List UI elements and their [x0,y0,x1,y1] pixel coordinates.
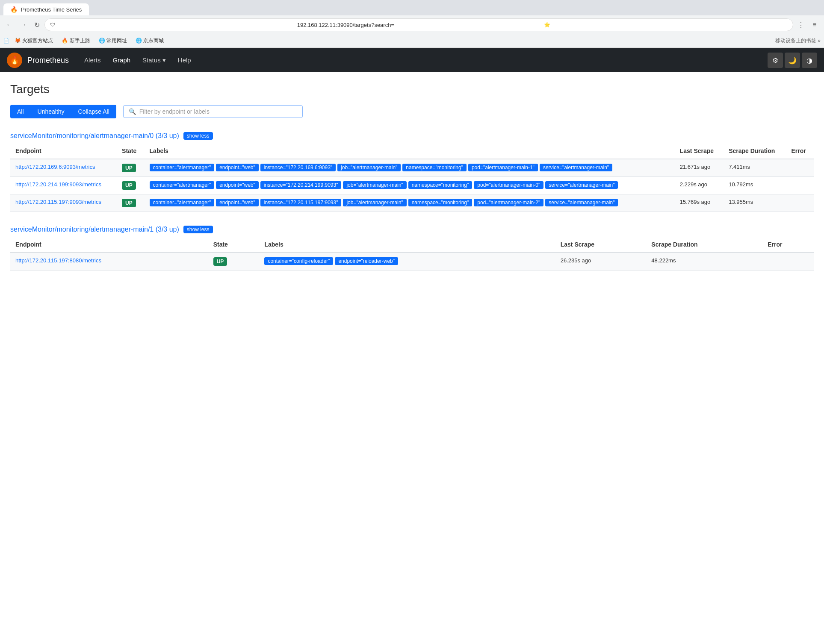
endpoint-cell: http://172.20.214.199:9093/metrics [10,177,117,194]
extensions-button[interactable]: ⋮ [795,19,807,31]
search-icon: 🔍 [129,108,136,115]
browser-tab[interactable]: 🔥 Prometheus Time Series [3,3,89,15]
endpoint-cell: http://172.20.115.197:9093/metrics [10,194,117,212]
state-cell: UP [117,177,144,194]
error-cell [786,194,814,212]
menu-button[interactable]: ≡ [809,19,821,31]
nav-right: ⚙ 🌙 ◑ [768,53,817,68]
labels-cell: container="alertmanager"endpoint="web"in… [145,177,675,194]
label-tag: container="config-reloader" [264,257,333,265]
labels-container: container="config-reloader"endpoint="rel… [264,257,550,265]
labels-container: container="alertmanager"endpoint="web"in… [150,181,670,189]
col-scrape-duration: Scrape Duration [724,143,786,159]
label-tag: service="alertmanager-main" [545,181,618,189]
error-cell [786,177,814,194]
table-header-row: Endpoint State Labels Last Scrape Scrape… [10,143,814,159]
contrast-button[interactable]: ◑ [802,53,817,68]
bookmarks-bar: 📄 🦊 火狐官方站点 🔥 新手上路 🌐 常用网址 🌐 京东商城 移动设备上的书签… [0,34,824,48]
bookmark-4[interactable]: 🌐 京东商城 [132,36,167,45]
label-tag: endpoint="reloader-web" [335,257,398,265]
section-1-table: Endpoint State Labels Last Scrape Scrape… [10,237,814,271]
scrape-duration-cell: 48.222ms [646,253,762,271]
filter-buttons: All Unhealthy Collapse All [10,105,116,118]
browser-toolbar: ← → ↻ 🛡 192.168.122.11:39090/targets?sea… [0,15,824,34]
table-header-row-1: Endpoint State Labels Last Scrape Scrape… [10,237,814,253]
endpoint-link[interactable]: http://172.20.115.197:8080/metrics [15,257,101,264]
label-tag: job="alertmanager-main" [343,199,406,206]
endpoint-link[interactable]: http://172.20.169.6:9093/metrics [15,164,95,170]
search-wrapper: 🔍 [123,105,303,118]
section-1-heading: serviceMonitor/monitoring/alertmanager-m… [10,222,814,237]
label-tag: instance="172.20.169.6:9093" [260,164,336,171]
section-0-show-less[interactable]: show less [183,132,213,140]
endpoint-link[interactable]: http://172.20.115.197:9093/metrics [15,199,101,205]
up-badge: UP [122,199,136,207]
settings-button[interactable]: ⚙ [768,53,783,68]
nav-help[interactable]: Help [173,54,196,67]
nav-links: Alerts Graph Status ▾ Help [79,54,196,67]
address-text: 192.168.122.11:39090/targets?search= [297,22,541,28]
label-tag: pod="alertmanager-main-2" [474,199,543,206]
section-0-title[interactable]: serviceMonitor/monitoring/alertmanager-m… [10,132,179,140]
back-button[interactable]: ← [3,19,15,31]
section-1-title[interactable]: serviceMonitor/monitoring/alertmanager-m… [10,226,179,233]
endpoint-cell: http://172.20.115.197:8080/metrics [10,253,208,271]
address-bar[interactable]: 🛡 192.168.122.11:39090/targets?search= ⭐ [44,18,793,31]
scrape-duration-cell: 7.411ms [724,159,786,177]
table-row: http://172.20.214.199:9093/metricsUPcont… [10,177,814,194]
nav-graph[interactable]: Graph [107,54,136,67]
scrape-duration-cell: 10.792ms [724,177,786,194]
error-cell [762,253,814,271]
state-cell: UP [208,253,260,271]
page-title: Targets [10,82,814,96]
nav-alerts[interactable]: Alerts [79,54,106,67]
prometheus-icon: 🔥 [7,53,22,68]
label-tag: job="alertmanager-main" [343,181,406,189]
label-tag: instance="172.20.115.197:9093" [260,199,342,206]
section-0: serviceMonitor/monitoring/alertmanager-m… [10,129,814,212]
filter-collapse-button[interactable]: Collapse All [71,105,116,118]
search-input[interactable] [139,108,297,115]
label-tag: pod="alertmanager-main-1" [468,164,538,171]
last-scrape-cell: 26.235s ago [555,253,647,271]
last-scrape-cell: 15.769s ago [675,194,724,212]
label-tag: container="alertmanager" [150,164,215,171]
reload-button[interactable]: ↻ [31,19,43,31]
col-scrape-duration-1: Scrape Duration [646,237,762,253]
filter-unhealthy-button[interactable]: Unhealthy [31,105,71,118]
label-tag: service="alertmanager-main" [540,164,612,171]
up-badge: UP [122,181,136,190]
label-tag: pod="alertmanager-main-0" [474,181,543,189]
label-tag: instance="172.20.214.199:9093" [260,181,342,189]
prometheus-navbar: 🔥 Prometheus Alerts Graph Status ▾ Help … [0,48,824,72]
col-endpoint-1: Endpoint [10,237,208,253]
dark-mode-button[interactable]: 🌙 [785,53,800,68]
up-badge: UP [122,164,136,172]
nav-status[interactable]: Status ▾ [137,54,171,67]
endpoint-link[interactable]: http://172.20.214.199:9093/metrics [15,181,101,188]
labels-cell: container="alertmanager"endpoint="web"in… [145,194,675,212]
labels-container: container="alertmanager"endpoint="web"in… [150,199,670,206]
section-1-show-less[interactable]: show less [183,226,213,233]
state-cell: UP [117,159,144,177]
bookmark-1[interactable]: 🦊 火狐官方站点 [11,36,56,45]
scrape-duration-cell: 13.955ms [724,194,786,212]
last-scrape-cell: 2.229s ago [675,177,724,194]
up-badge: UP [213,257,227,266]
section-0-heading: serviceMonitor/monitoring/alertmanager-m… [10,129,814,143]
label-tag: namespace="monitoring" [408,181,473,189]
last-scrape-cell: 21.671s ago [675,159,724,177]
table-row: http://172.20.169.6:9093/metricsUPcontai… [10,159,814,177]
label-tag: namespace="monitoring" [402,164,467,171]
forward-button[interactable]: → [17,19,29,31]
col-state-1: State [208,237,260,253]
bookmark-3[interactable]: 🌐 常用网址 [95,36,130,45]
label-tag: job="alertmanager-main" [337,164,401,171]
endpoint-cell: http://172.20.169.6:9093/metrics [10,159,117,177]
col-state: State [117,143,144,159]
main-content: Targets All Unhealthy Collapse All 🔍 ser… [0,72,824,291]
labels-cell: container="config-reloader"endpoint="rel… [259,253,555,271]
filter-all-button[interactable]: All [10,105,31,118]
bookmark-2[interactable]: 🔥 新手上路 [58,36,93,45]
error-cell [786,159,814,177]
